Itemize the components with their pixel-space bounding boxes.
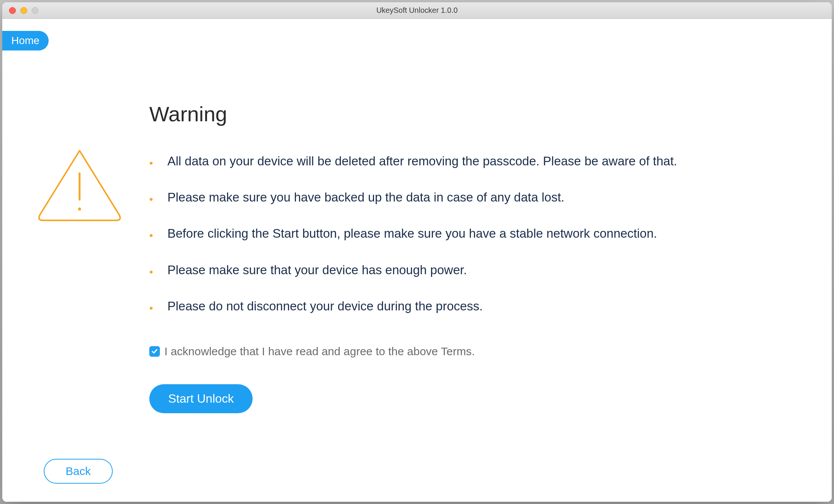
close-window-button[interactable] <box>9 7 16 14</box>
text-column: Warning All data on your device will be … <box>149 94 798 413</box>
icon-column <box>36 94 123 413</box>
warning-item: Please make sure you have backed up the … <box>149 189 798 206</box>
start-unlock-label: Start Unlock <box>168 392 234 405</box>
minimize-window-button[interactable] <box>20 7 27 14</box>
traffic-lights <box>2 7 38 14</box>
warning-list: All data on your device will be deleted … <box>149 153 798 315</box>
back-button[interactable]: Back <box>44 459 113 484</box>
acknowledge-label: I acknowledge that I have read and agree… <box>164 345 475 358</box>
titlebar: UkeySoft Unlocker 1.0.0 <box>2 2 832 19</box>
warning-item: Please do not disconnect your device dur… <box>149 298 798 315</box>
acknowledge-row: I acknowledge that I have read and agree… <box>149 345 798 358</box>
warning-item: Before clicking the Start button, please… <box>149 225 798 242</box>
main-area: Warning All data on your device will be … <box>36 94 798 413</box>
window-title: UkeySoft Unlocker 1.0.0 <box>376 6 458 15</box>
warning-item: All data on your device will be deleted … <box>149 153 798 170</box>
acknowledge-checkbox[interactable] <box>149 346 160 357</box>
start-unlock-button[interactable]: Start Unlock <box>149 384 253 413</box>
content-area: Home Warning All data on your device wil… <box>2 19 832 502</box>
app-window: UkeySoft Unlocker 1.0.0 Home Warning All… <box>2 2 832 502</box>
back-button-label: Back <box>66 465 91 477</box>
svg-point-1 <box>78 208 81 211</box>
warning-triangle-icon <box>36 147 123 224</box>
page-heading: Warning <box>149 102 798 126</box>
home-tab[interactable]: Home <box>2 31 49 50</box>
warning-item: Please make sure that your device has en… <box>149 261 798 279</box>
maximize-window-button[interactable] <box>32 7 38 14</box>
home-tab-label: Home <box>11 35 40 46</box>
